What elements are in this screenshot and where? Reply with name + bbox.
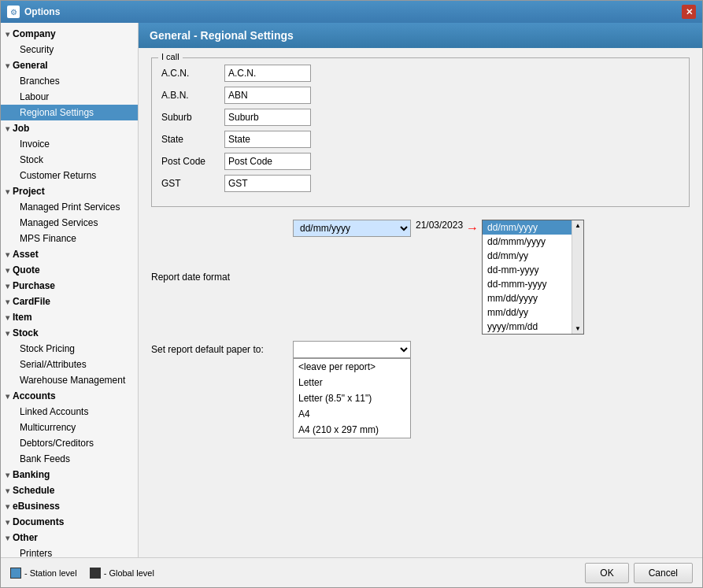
date-option-1[interactable]: dd/mm/yyyy	[483, 220, 583, 235]
sidebar-group-project: ProjectManaged Print ServicesManaged Ser…	[1, 183, 138, 246]
global-level-icon	[90, 568, 101, 579]
sidebar-group-header-project[interactable]: Project	[1, 183, 138, 199]
ok-button[interactable]: OK	[585, 563, 628, 583]
sidebar-item-multicurrency[interactable]: Multicurrency	[1, 420, 138, 435]
date-option-6[interactable]: mm/dd/yyyy	[483, 291, 583, 305]
paper-option-1[interactable]: <leave per report>	[294, 359, 410, 375]
form-row-postcode: Post Code	[161, 153, 679, 170]
sidebar-item-debtors-creditors[interactable]: Debtors/Creditors	[1, 435, 138, 451]
global-level-legend: - Global level	[90, 568, 154, 579]
sidebar-group-purchase: Purchase	[1, 278, 138, 294]
label-state: State	[161, 134, 224, 145]
sidebar-group-header-stock[interactable]: Stock	[1, 325, 138, 341]
group-box-title: I call	[158, 52, 183, 61]
sidebar-group-header-other[interactable]: Other	[1, 530, 138, 545]
main-content: CompanySecurityGeneralBranchesLabourRegi…	[1, 23, 702, 557]
label-postcode: Post Code	[161, 156, 224, 167]
sidebar-group-documents: Documents	[1, 514, 138, 530]
station-level-legend: - Station level	[10, 568, 77, 579]
date-format-row: Report date format dd/mm/yyyy 21/03/2023…	[151, 220, 690, 335]
input-state[interactable]	[224, 131, 311, 148]
input-gst[interactable]	[224, 175, 311, 192]
sidebar-item-warehouse-management[interactable]: Warehouse Management	[1, 372, 138, 388]
sidebar-group-header-quote[interactable]: Quote	[1, 262, 138, 278]
input-acn[interactable]	[224, 65, 311, 82]
sidebar-item-managed-print-services[interactable]: Managed Print Services	[1, 199, 138, 215]
sidebar-group-header-asset[interactable]: Asset	[1, 246, 138, 262]
sidebar-item-managed-services[interactable]: Managed Services	[1, 215, 138, 231]
global-level-label: - Global level	[104, 568, 154, 578]
sidebar-group-accounts: AccountsLinked AccountsMulticurrencyDebt…	[1, 388, 138, 467]
close-button[interactable]: ✕	[682, 5, 696, 19]
date-format-dropdown-list: dd/mm/yyyy dd/mmm/yyyy dd/mm/yy dd-mm-yy…	[482, 220, 584, 335]
paper-option-5[interactable]: A4 (210 x 297 mm)	[294, 422, 410, 438]
sidebar-item-regional-settings[interactable]: Regional Settings	[1, 105, 138, 120]
sidebar-group-schedule: Schedule	[1, 483, 138, 498]
cancel-button[interactable]: Cancel	[634, 563, 693, 583]
paper-option-3[interactable]: Letter (8.5" x 11")	[294, 390, 410, 406]
sidebar-group-header-ebusiness[interactable]: eBusiness	[1, 498, 138, 514]
label-acn: A.C.N.	[161, 68, 224, 79]
window-title: Options	[24, 6, 60, 17]
sidebar-group-ebusiness: eBusiness	[1, 498, 138, 514]
date-option-2[interactable]: dd/mmm/yyyy	[483, 235, 583, 249]
sidebar-group-header-job[interactable]: Job	[1, 120, 138, 136]
sidebar-group-header-schedule[interactable]: Schedule	[1, 483, 138, 498]
sidebar-item-customer-returns[interactable]: Customer Returns	[1, 168, 138, 183]
date-preview: 21/03/2023	[416, 220, 463, 231]
sidebar-item-labour[interactable]: Labour	[1, 89, 138, 105]
date-format-select[interactable]: dd/mm/yyyy	[293, 220, 411, 237]
date-format-dropdown-wrapper: dd/mm/yyyy 21/03/2023 → dd/mm/yyyy dd/mm…	[293, 220, 584, 335]
form-row-abn: A.B.N.	[161, 87, 679, 104]
sidebar-group-header-company[interactable]: Company	[1, 26, 138, 42]
input-suburb[interactable]	[224, 109, 311, 126]
date-option-5[interactable]: dd-mmm-yyyy	[483, 277, 583, 291]
sidebar-item-stock[interactable]: Stock	[1, 152, 138, 168]
options-window: ⚙ Options ✕ CompanySecurityGeneralBranch…	[0, 0, 703, 588]
title-bar: ⚙ Options ✕	[1, 1, 702, 23]
i-call-group: I call A.C.N. A.B.N. Suburb State	[151, 57, 690, 207]
sidebar-item-printers[interactable]: Printers	[1, 545, 138, 557]
sidebar-item-invoice[interactable]: Invoice	[1, 136, 138, 152]
sidebar-group-header-cardfile[interactable]: CardFile	[1, 294, 138, 309]
paper-row: Set report default paper to: <leave per …	[151, 341, 690, 358]
date-option-3[interactable]: dd/mm/yy	[483, 249, 583, 263]
sidebar-item-branches[interactable]: Branches	[1, 73, 138, 89]
dropdown-scrollbar[interactable]: ▲ ▼	[572, 220, 583, 334]
panel-body: I call A.C.N. A.B.N. Suburb State	[139, 48, 702, 557]
sidebar-group-stock: StockStock PricingSerial/AttributesWareh…	[1, 325, 138, 388]
station-level-label: - Station level	[24, 568, 77, 578]
sidebar-group-header-general[interactable]: General	[1, 57, 138, 73]
sidebar-item-serial-attributes[interactable]: Serial/Attributes	[1, 357, 138, 372]
sidebar-group-asset: Asset	[1, 246, 138, 262]
sidebar-item-bank-feeds[interactable]: Bank Feeds	[1, 451, 138, 467]
sidebar-item-linked-accounts[interactable]: Linked Accounts	[1, 404, 138, 420]
input-abn[interactable]	[224, 87, 311, 104]
label-abn: A.B.N.	[161, 90, 224, 101]
paper-option-2[interactable]: Letter	[294, 375, 410, 390]
sidebar-group-header-documents[interactable]: Documents	[1, 514, 138, 530]
paper-dropdown-wrapper: <leave per report> Letter Letter (8.5" x…	[293, 341, 411, 358]
date-option-7[interactable]: mm/dd/yy	[483, 305, 583, 320]
sidebar-group-header-purchase[interactable]: Purchase	[1, 278, 138, 294]
paper-select[interactable]	[293, 341, 411, 358]
dropdown-arrow: →	[466, 221, 479, 235]
sidebar-item-security[interactable]: Security	[1, 42, 138, 57]
app-icon: ⚙	[7, 6, 20, 18]
sidebar-group-general: GeneralBranchesLabourRegional Settings	[1, 57, 138, 120]
sidebar-group-cardfile: CardFile	[1, 294, 138, 309]
sidebar-item-stock-pricing[interactable]: Stock Pricing	[1, 341, 138, 357]
form-row-gst: GST	[161, 175, 679, 192]
date-option-4[interactable]: dd-mm-yyyy	[483, 263, 583, 277]
panel-header: General - Regional Settings	[139, 23, 702, 48]
sidebar-group-company: CompanySecurity	[1, 26, 138, 57]
input-postcode[interactable]	[224, 153, 311, 170]
sidebar-group-header-item[interactable]: Item	[1, 309, 138, 325]
label-suburb: Suburb	[161, 112, 224, 123]
sidebar-item-mps-finance[interactable]: MPS Finance	[1, 231, 138, 246]
date-option-8[interactable]: yyyy/mm/dd	[483, 320, 583, 334]
paper-option-4[interactable]: A4	[294, 406, 410, 422]
sidebar-group-header-accounts[interactable]: Accounts	[1, 388, 138, 404]
sidebar-group-header-banking[interactable]: Banking	[1, 467, 138, 483]
button-group: OK Cancel	[585, 563, 693, 583]
